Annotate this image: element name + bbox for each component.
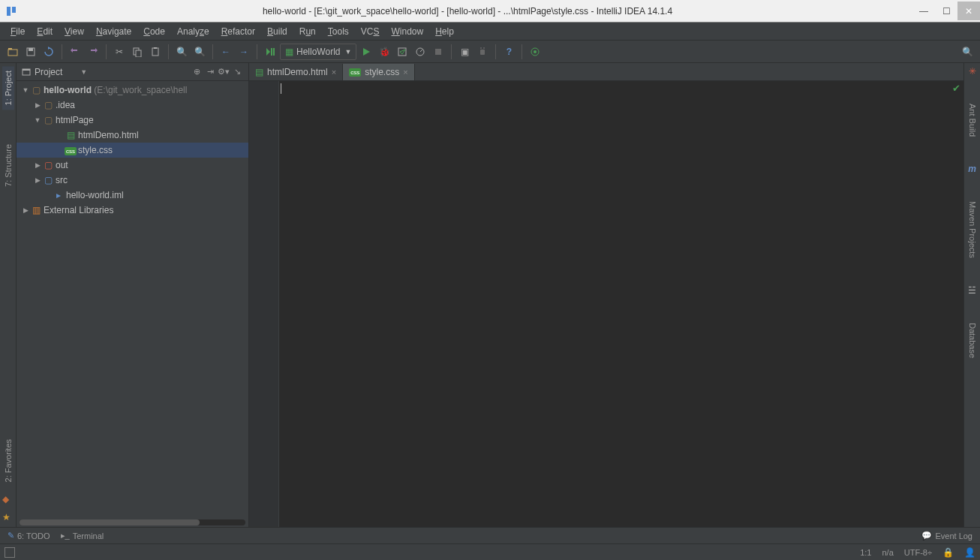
left-tool-strip: 1: Project 7: Structure 2: Favorites ◆ ★ xyxy=(0,63,17,527)
maximize-button[interactable]: ☐ xyxy=(935,2,957,20)
open-icon[interactable] xyxy=(5,44,21,60)
undo-icon[interactable] xyxy=(67,44,83,60)
close-tab-icon[interactable]: × xyxy=(403,68,407,77)
stop-icon[interactable] xyxy=(430,44,446,60)
menu-vcs[interactable]: VCS xyxy=(355,24,386,39)
editor-tab-stylecss[interactable]: css style.css × xyxy=(343,64,414,80)
profile-icon[interactable] xyxy=(412,44,428,60)
tree-src[interactable]: ▶▢src xyxy=(17,173,248,188)
svg-line-18 xyxy=(420,50,422,52)
tab-event-log[interactable]: 💬Event Log xyxy=(921,531,972,540)
ant-icon[interactable]: ✳ xyxy=(969,66,976,77)
menu-window[interactable]: Window xyxy=(385,24,429,39)
status-position[interactable]: 1:1 xyxy=(860,548,871,557)
structure-icon[interactable]: ◆ xyxy=(2,494,14,504)
menu-view[interactable]: View xyxy=(59,24,90,39)
svg-rect-2 xyxy=(8,50,17,56)
scroll-to-icon[interactable]: ⊕ xyxy=(190,67,203,77)
replace-icon[interactable]: 🔍 xyxy=(191,44,208,60)
android-icon[interactable] xyxy=(474,44,491,60)
maven-icon[interactable]: m xyxy=(968,164,976,174)
menu-run[interactable]: Run xyxy=(293,24,322,39)
bottom-tool-strip: ✎6: TODO ▸_Terminal 💬Event Log xyxy=(0,527,980,543)
menu-analyze[interactable]: Analyze xyxy=(171,24,215,39)
make-icon[interactable] xyxy=(262,44,278,60)
project-view-selector[interactable]: ▼ xyxy=(80,68,87,76)
hide-icon[interactable]: ↘ xyxy=(230,67,244,77)
hector-icon[interactable]: 👤 xyxy=(964,547,975,558)
project-h-scrollbar[interactable] xyxy=(20,519,245,525)
settings-icon[interactable]: ⚙▾ xyxy=(217,67,230,77)
tab-structure[interactable]: 7: Structure xyxy=(2,140,14,191)
svg-rect-26 xyxy=(23,69,30,71)
coverage-icon[interactable] xyxy=(394,44,410,60)
menu-code[interactable]: Code xyxy=(137,24,171,39)
svg-rect-0 xyxy=(7,7,11,16)
tab-database[interactable]: Database xyxy=(966,318,978,363)
tool-windows-icon[interactable] xyxy=(5,547,15,558)
collapse-icon[interactable]: ⇥ xyxy=(203,67,217,77)
back-icon[interactable]: ← xyxy=(218,44,234,60)
inspection-ok-icon[interactable]: ✔ xyxy=(952,83,960,94)
menu-build[interactable]: Build xyxy=(261,24,293,39)
forward-icon[interactable]: → xyxy=(236,44,252,60)
tree-htmldemo[interactable]: ▤htmlDemo.html xyxy=(17,128,248,143)
status-encoding[interactable]: UTF-8÷ xyxy=(904,548,932,557)
tab-maven[interactable]: Maven Projects xyxy=(966,197,978,263)
avd-icon[interactable]: ▣ xyxy=(456,44,473,60)
tree-htmlpage[interactable]: ▼▢htmlPage xyxy=(17,113,248,128)
tab-terminal[interactable]: ▸_Terminal xyxy=(61,531,104,540)
project-tree[interactable]: ▼ ▢ hello-world (E:\git_work_space\hell … xyxy=(17,81,248,519)
redo-icon[interactable] xyxy=(85,44,101,60)
editor-body[interactable]: ✔ xyxy=(249,81,963,527)
menu-navigate[interactable]: Navigate xyxy=(90,24,137,39)
menu-refactor[interactable]: Refactor xyxy=(215,24,261,39)
save-icon[interactable] xyxy=(23,44,39,60)
help-icon[interactable]: ? xyxy=(501,44,517,60)
menu-help[interactable]: Help xyxy=(429,24,460,39)
favorites-icon[interactable]: ★ xyxy=(2,512,14,522)
find-icon[interactable]: 🔍 xyxy=(173,44,190,60)
run-icon[interactable] xyxy=(358,44,374,60)
search-everywhere-icon[interactable]: 🔍 xyxy=(959,44,975,60)
run-config-selector[interactable]: ▦ HelloWorld ▼ xyxy=(280,44,356,60)
sync-icon[interactable] xyxy=(41,44,57,60)
tree-idea[interactable]: ▶▢.idea xyxy=(17,98,248,113)
gradle-icon[interactable] xyxy=(527,44,543,60)
copy-icon[interactable] xyxy=(129,44,146,60)
tab-project[interactable]: 1: Project xyxy=(2,66,14,110)
tab-ant[interactable]: Ant Build xyxy=(966,99,978,141)
status-insert[interactable]: n/a xyxy=(882,548,893,557)
tab-favorites[interactable]: 2: Favorites xyxy=(2,435,14,486)
cut-icon[interactable]: ✂ xyxy=(111,44,128,60)
tree-root[interactable]: ▼ ▢ hello-world (E:\git_work_space\hell xyxy=(17,83,248,98)
menu-tools[interactable]: Tools xyxy=(322,24,355,39)
menu-edit[interactable]: Edit xyxy=(31,24,59,39)
tab-todo[interactable]: ✎6: TODO xyxy=(8,531,50,540)
svg-point-24 xyxy=(534,50,537,53)
editor-tab-htmldemo[interactable]: ▤ htmlDemo.html × xyxy=(249,64,343,80)
tree-iml[interactable]: ▸hello-world.iml xyxy=(17,188,248,203)
svg-rect-12 xyxy=(271,48,272,56)
tree-out[interactable]: ▶▢out xyxy=(17,158,248,173)
statusbar: 1:1 n/a UTF-8÷ 🔒 👤 xyxy=(0,543,980,560)
svg-rect-13 xyxy=(273,48,275,56)
close-tab-icon[interactable]: × xyxy=(332,68,336,77)
close-button[interactable]: ✕ xyxy=(957,2,980,20)
tree-stylecss[interactable]: cssstyle.css xyxy=(17,143,248,158)
toolbar: ✂ 🔍 🔍 ← → ▦ HelloWorld ▼ 🐞 ▣ ? 🔍 xyxy=(0,41,980,63)
debug-icon[interactable]: 🐞 xyxy=(376,44,392,60)
paste-icon[interactable] xyxy=(147,44,164,60)
tree-external-libs[interactable]: ▶▥External Libraries xyxy=(17,203,248,218)
svg-rect-5 xyxy=(29,48,33,51)
svg-rect-3 xyxy=(8,48,12,50)
window-title: hello-world - [E:\git_work_space\hello-w… xyxy=(23,6,912,17)
caret xyxy=(281,83,281,94)
svg-point-21 xyxy=(480,47,482,49)
project-panel-title[interactable]: Project xyxy=(21,67,62,77)
readonly-icon[interactable]: 🔒 xyxy=(942,547,954,558)
titlebar: hello-world - [E:\git_work_space\hello-w… xyxy=(0,0,980,23)
minimize-button[interactable]: — xyxy=(912,2,935,20)
database-icon[interactable]: ☱ xyxy=(968,285,976,296)
menu-file[interactable]: File xyxy=(5,24,31,39)
